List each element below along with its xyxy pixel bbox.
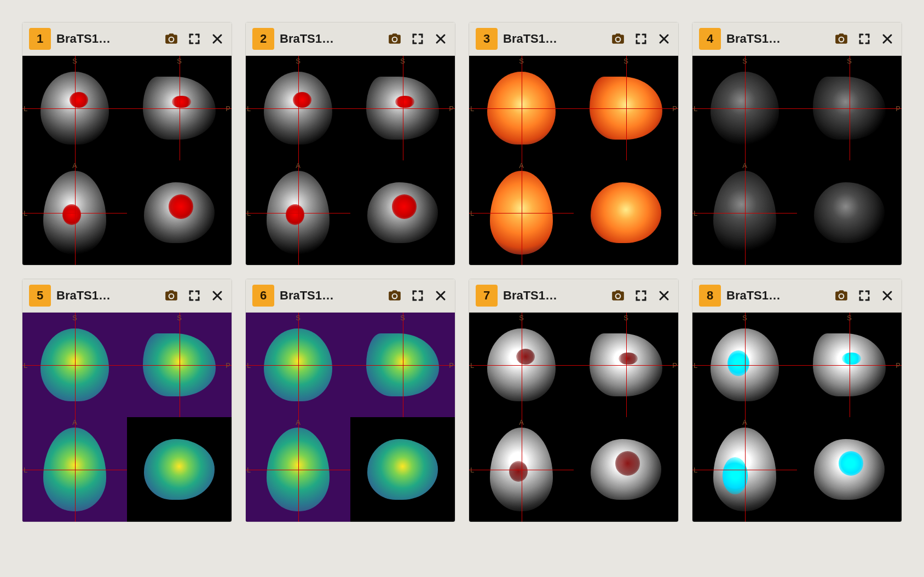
slice-coronal[interactable]: SL [469, 56, 574, 160]
close-icon[interactable] [880, 31, 895, 47]
slice-sagittal[interactable]: SP [797, 313, 902, 417]
panel-number-badge[interactable]: 1 [29, 28, 51, 50]
panel-body: SLSPAL [246, 56, 455, 265]
orientation-label-top: A [519, 418, 524, 426]
slice-coronal[interactable]: SL [246, 313, 350, 417]
panel-title: BraTS1… [280, 32, 382, 46]
panel-number-badge[interactable]: 3 [476, 28, 498, 50]
brain-slice [267, 428, 330, 511]
close-icon[interactable] [433, 31, 448, 47]
panel-number-badge[interactable]: 8 [699, 285, 721, 307]
slice-coronal[interactable]: SL [246, 56, 350, 160]
camera-icon[interactable] [834, 31, 849, 47]
panel-number-badge[interactable]: 6 [252, 285, 274, 307]
fullscreen-icon[interactable] [410, 31, 425, 47]
camera-icon[interactable] [164, 288, 179, 303]
slice-sagittal[interactable]: SP [574, 313, 678, 417]
panel-header: 8BraTS1… [692, 279, 902, 313]
brain-slice [43, 171, 106, 255]
brain-slice [366, 77, 440, 140]
fullscreen-icon[interactable] [633, 31, 649, 47]
slice-coronal[interactable]: SL [469, 313, 574, 417]
fullscreen-icon[interactable] [410, 288, 425, 303]
fullscreen-icon[interactable] [187, 31, 202, 47]
segmentation-overlay [293, 92, 312, 108]
orientation-label-left: L [247, 465, 251, 474]
slice-render3d[interactable] [574, 417, 678, 522]
slice-render3d[interactable] [127, 417, 232, 522]
slice-sagittal[interactable]: SP [350, 56, 455, 160]
brain-slice [264, 328, 332, 402]
brain-slice [713, 171, 776, 255]
close-icon[interactable] [656, 31, 672, 47]
fullscreen-icon[interactable] [187, 288, 202, 303]
segmentation-overlay [392, 194, 417, 218]
panel-body: SLSPAL [22, 56, 232, 265]
orientation-label-left: L [24, 104, 27, 112]
orientation-label-top: S [400, 314, 405, 322]
slice-sagittal[interactable]: SP [350, 313, 455, 417]
slice-render3d[interactable] [127, 160, 232, 265]
camera-icon[interactable] [610, 288, 626, 303]
fullscreen-icon[interactable] [857, 288, 872, 303]
slice-render3d[interactable] [350, 160, 455, 265]
close-icon[interactable] [210, 31, 225, 47]
slice-axial[interactable]: AL [22, 417, 127, 522]
panel-header: 3BraTS1… [469, 22, 678, 56]
brain-slice [813, 77, 886, 140]
slice-sagittal[interactable]: SP [797, 56, 902, 160]
close-icon[interactable] [880, 288, 895, 303]
panel-number-badge[interactable]: 2 [252, 28, 274, 50]
brain-slice [591, 182, 662, 243]
brain-slice [367, 439, 438, 500]
slice-axial[interactable]: AL [469, 417, 574, 522]
slice-axial[interactable]: AL [22, 160, 127, 265]
segmentation-overlay [615, 451, 640, 475]
slice-coronal[interactable]: SL [692, 313, 797, 417]
slice-coronal[interactable]: SL [692, 56, 797, 160]
close-icon[interactable] [210, 288, 225, 303]
camera-icon[interactable] [164, 31, 179, 47]
slice-axial[interactable]: AL [692, 417, 797, 522]
orientation-label-top: S [623, 314, 628, 322]
panel-number-badge[interactable]: 4 [699, 28, 721, 50]
slice-axial[interactable]: AL [469, 160, 574, 265]
slice-render3d[interactable] [350, 417, 455, 522]
camera-icon[interactable] [610, 31, 626, 47]
viewer-panel: 7BraTS1…SLSPAL [469, 279, 679, 522]
slice-render3d[interactable] [797, 160, 902, 265]
panel-actions [387, 288, 448, 303]
slice-axial[interactable]: AL [246, 160, 350, 265]
close-icon[interactable] [433, 288, 448, 303]
slice-render3d[interactable] [797, 417, 902, 522]
viewer-panel: 2BraTS1…SLSPAL [245, 22, 455, 266]
slice-sagittal[interactable]: SP [574, 56, 678, 160]
slice-sagittal[interactable]: SP [127, 313, 232, 417]
camera-icon[interactable] [834, 288, 849, 303]
fullscreen-icon[interactable] [857, 31, 872, 47]
brain-slice [590, 333, 663, 396]
segmentation-overlay [286, 204, 304, 225]
camera-icon[interactable] [387, 31, 402, 47]
fullscreen-icon[interactable] [633, 288, 649, 303]
slice-coronal[interactable]: SL [22, 56, 127, 160]
brain-slice [814, 182, 885, 243]
orientation-label-left: L [694, 104, 697, 112]
panel-number-badge[interactable]: 5 [29, 285, 51, 307]
orientation-label-top: S [400, 57, 405, 65]
slice-axial[interactable]: AL [692, 160, 797, 265]
brain-slice [264, 72, 332, 145]
brain-slice [143, 77, 216, 140]
close-icon[interactable] [656, 288, 672, 303]
panel-number-badge[interactable]: 7 [476, 285, 498, 307]
slice-sagittal[interactable]: SP [127, 56, 232, 160]
orientation-label-left: L [247, 104, 251, 112]
orientation-label-left: L [694, 361, 697, 369]
orientation-label-top: S [847, 314, 852, 322]
panel-title: BraTS1… [503, 32, 605, 46]
slice-render3d[interactable] [574, 160, 678, 265]
slice-coronal[interactable]: SL [22, 313, 127, 417]
orientation-label-right: P [896, 104, 900, 112]
slice-axial[interactable]: AL [246, 417, 350, 522]
camera-icon[interactable] [387, 288, 402, 303]
